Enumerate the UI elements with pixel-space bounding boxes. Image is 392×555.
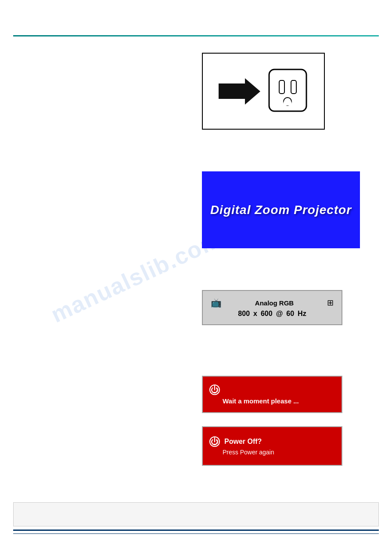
watermark: manualslib.com: [47, 226, 226, 328]
at-label: @: [276, 310, 283, 318]
analog-rgb-row2: 800 x 600 @ 60 Hz: [238, 310, 306, 318]
note-box: [13, 502, 379, 526]
grid-icon: ⊞: [327, 298, 334, 308]
x-label: x: [253, 310, 257, 318]
wait-moment-text: Wait a moment please ...: [209, 397, 299, 405]
power-off-title: Power Off?: [224, 438, 262, 446]
arrow-head: [245, 78, 260, 105]
projector-banner: Digital Zoom Projector: [202, 171, 360, 248]
svg-rect-2: [291, 80, 296, 94]
hz-label: Hz: [298, 310, 306, 318]
analog-rgb-label: Analog RGB: [255, 299, 294, 307]
analog-rgb-row1: 📺 Analog RGB ⊞: [206, 297, 338, 308]
power-off-box: ⏻ Power Off? Press Power again: [202, 426, 342, 466]
bottom-line-thin: [13, 533, 379, 534]
resolution-y: 600: [261, 310, 273, 318]
wait-moment-box: ⏻ Wait a moment please ...: [202, 376, 342, 413]
power-icon-wait: ⏻: [209, 385, 220, 395]
top-decorative-line: [13, 35, 379, 36]
power-off-row: ⏻ Power Off?: [209, 436, 262, 447]
arrow-body: [219, 83, 245, 99]
svg-rect-1: [279, 80, 284, 94]
bottom-line-thick: [13, 530, 379, 531]
monitor-icon: 📺: [211, 297, 222, 308]
power-cord-illustration: [202, 53, 325, 130]
arrow-icon: [219, 78, 260, 105]
power-socket: [267, 67, 309, 115]
projector-logo-text: Digital Zoom Projector: [210, 203, 352, 217]
frequency: 60: [286, 310, 294, 318]
power-icon-off: ⏻: [209, 436, 220, 447]
analog-rgb-box: 📺 Analog RGB ⊞ 800 x 600 @ 60 Hz: [202, 290, 342, 325]
power-off-subtitle: Press Power again: [209, 449, 274, 456]
svg-rect-4: [284, 102, 291, 105]
wait-moment-row: ⏻: [209, 385, 220, 395]
resolution-x: 800: [238, 310, 250, 318]
